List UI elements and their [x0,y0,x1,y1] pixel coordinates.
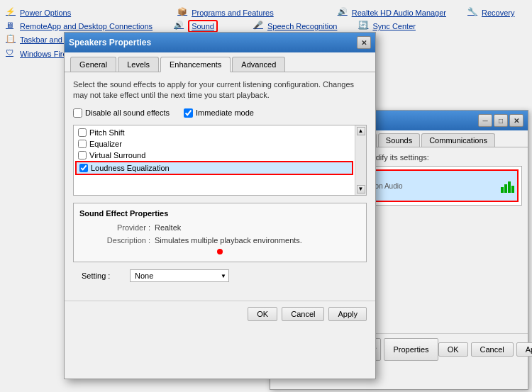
cp-item-realtek[interactable]: 🔊 Realtek HD Audio Manager [338,7,446,18]
description-row: Description : Simulates multiple playbac… [79,236,360,245]
effect-equalizer[interactable]: Equalizer [75,138,353,150]
cp-recovery-label: Recovery [482,9,514,17]
sp-checkboxes: Disable all sound effects Immediate mode [73,108,367,118]
vol-bar-1 [501,187,504,193]
immediate-mode-checkbox[interactable] [184,108,193,118]
titlebar-buttons: ─ □ ✕ [478,114,523,127]
cp-speech-label: Speech Recognition [267,22,337,30]
speakers-title: Speakers Properties [69,38,151,47]
power-icon: ⚡ [6,7,17,18]
setting-select[interactable]: None [130,269,229,282]
minimize-button[interactable]: ─ [478,114,492,127]
maximize-button[interactable]: □ [494,114,508,127]
pitch-shift-label: Pitch Shift [89,128,125,137]
sound-cancel-button[interactable]: Cancel [471,342,514,357]
loudness-eq-checkbox[interactable] [79,164,88,172]
tab-communications[interactable]: Communications [421,133,495,147]
cp-item-recovery[interactable]: 🔧 Recovery [467,7,514,18]
effect-pitch-shift[interactable]: Pitch Shift [75,127,353,138]
sp-tab-general[interactable]: General [70,57,116,72]
scroll-up-arrow[interactable]: ▲ [357,127,365,135]
speakers-cancel-button[interactable]: Cancel [282,307,324,321]
sound-ok-button[interactable]: OK [438,342,468,357]
close-button[interactable]: ✕ [509,114,523,127]
realtek-icon: 🔊 [338,7,349,18]
cp-sync-label: Sync Center [372,22,416,30]
volume-bars [501,179,514,193]
speech-icon: 🎤 [253,21,265,32]
effect-loudness-eq[interactable]: Loudness Equalization [75,161,353,175]
vol-bar-4 [511,186,514,193]
sp-tab-advanced[interactable]: Advanced [232,57,285,72]
speakers-titlebar-buttons: ✕ [357,36,371,49]
cp-programs-label: Programs and Features [192,9,274,17]
setting-row: Setting : None [73,269,367,282]
sound-effect-props-title: Sound Effect Properties [79,209,360,218]
vol-bar-3 [508,181,511,193]
remote-icon: 🖥 [6,21,17,32]
cp-item-power-options[interactable]: ⚡ Power Options [6,7,71,18]
cp-realtek-label: Realtek HD Audio Manager [352,9,446,17]
taskbar-icon: 📋 [6,34,17,45]
speakers-properties-dialog: Speakers Properties ✕ General Levels Enh… [64,32,376,379]
speakers-tabs: General Levels Enhancements Advanced [65,52,375,72]
loudness-eq-label: Loudness Equalization [91,164,170,172]
bottom-right-buttons: OK Cancel Apply [438,342,532,357]
description-value: Simulates multiple playback environments… [155,236,302,245]
properties-button[interactable]: Properties [384,338,438,361]
virtual-surround-checkbox[interactable] [78,151,87,159]
tab-sounds[interactable]: Sounds [378,133,420,147]
equalizer-label: Equalizer [89,140,122,148]
description-label: Description : [79,236,150,245]
effects-list: Pitch Shift Equalizer Virtual Surround L… [74,125,355,195]
sp-tab-enhancements[interactable]: Enhancements [160,57,231,72]
scroll-down-arrow[interactable]: ▼ [357,185,365,194]
provider-value: Realtek [155,223,181,232]
sp-tab-levels[interactable]: Levels [118,57,159,72]
vol-bar-2 [504,184,507,193]
speakers-content: Select the sound effects to apply for yo… [65,72,375,298]
effects-list-container: Pitch Shift Equalizer Virtual Surround L… [73,125,367,196]
recovery-icon: 🔧 [467,7,479,18]
speakers-dialog-buttons: OK Cancel Apply [65,301,375,327]
cp-item-programs[interactable]: 📦 Programs and Features [177,7,274,18]
sound-icon: 🔊 [174,21,185,32]
provider-label: Provider : [79,223,150,232]
red-dot-indicator [217,249,223,254]
setting-select-wrapper: None [130,269,229,282]
effects-scrollbar: ▲ ▼ [355,125,366,195]
cp-power-label: Power Options [20,9,71,17]
cp-item-remote[interactable]: 🖥 RemoteApp and Desktop Connections [6,21,153,32]
sp-description: Select the sound effects to apply for yo… [73,79,367,101]
cp-item-sync[interactable]: 🔄 Sync Center [358,21,416,32]
speakers-dialog-titlebar: Speakers Properties ✕ [65,33,375,52]
effect-virtual-surround[interactable]: Virtual Surround [75,150,353,161]
firewall-icon: 🛡 [6,48,17,60]
immediate-mode-label[interactable]: Immediate mode [184,108,254,118]
cp-item-sound[interactable]: 🔊 Sound [174,20,218,33]
cp-item-speech[interactable]: 🎤 Speech Recognition [253,21,337,32]
speakers-ok-button[interactable]: OK [248,307,277,321]
cp-remote-label: RemoteApp and Desktop Connections [20,22,153,30]
programs-icon: 📦 [177,7,189,18]
sync-icon: 🔄 [358,21,370,32]
sound-apply-button[interactable]: Apply [516,342,532,357]
equalizer-checkbox[interactable] [78,140,87,148]
sound-effect-properties: Sound Effect Properties Provider : Realt… [73,203,367,262]
disable-all-checkbox[interactable] [73,108,82,118]
virtual-surround-label: Virtual Surround [89,151,145,159]
setting-label: Setting : [82,271,124,280]
disable-all-label[interactable]: Disable all sound effects [73,108,170,118]
pitch-shift-checkbox[interactable] [78,128,87,137]
sound-label: Sound [188,20,218,33]
provider-row: Provider : Realtek [79,223,360,232]
disable-all-text: Disable all sound effects [85,108,170,117]
immediate-mode-text: Immediate mode [196,108,254,117]
speakers-apply-button[interactable]: Apply [328,307,367,321]
speakers-close-button[interactable]: ✕ [357,36,371,49]
